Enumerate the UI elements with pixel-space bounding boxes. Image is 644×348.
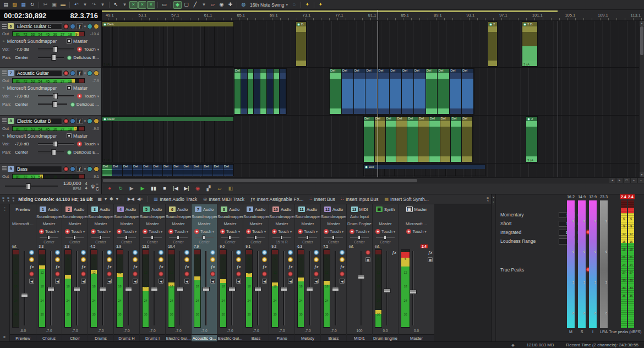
mute-button[interactable]: ◀ <box>55 279 60 284</box>
pan-value[interactable]: Center <box>15 102 35 107</box>
playhead[interactable] <box>378 21 378 177</box>
record-arm-button[interactable] <box>133 271 138 276</box>
pan-thumb[interactable] <box>306 235 309 240</box>
fader-thumb[interactable] <box>99 287 106 291</box>
audio-clip[interactable]: Delic 3 (A) <box>102 116 234 162</box>
pan-slider[interactable] <box>272 235 291 240</box>
mixer-strip[interactable]: 10Audio Soundmapper Master Touch▾ 15 % R… <box>269 204 295 341</box>
insert-bus-button[interactable]: ∷Insert Bus <box>308 197 336 202</box>
audio-clip[interactable]: D <box>296 21 307 67</box>
clip-segment[interactable]: Del <box>462 117 473 162</box>
clip-segment[interactable] <box>274 69 280 114</box>
pan-slider[interactable] <box>350 235 369 240</box>
mixer-strip[interactable]: ▣Master Microsoft ... Touch▾ 2.4 6121824… <box>399 204 435 341</box>
groove-tool-icon[interactable]: ◍ <box>239 1 248 9</box>
vol-value[interactable]: -7,0 dB <box>15 47 35 52</box>
record-arm-button[interactable] <box>63 24 69 29</box>
mixer-strip[interactable]: 11Audio Soundmapper Master Touch▾ Center… <box>295 204 321 341</box>
mixer-strip[interactable]: 13MIDI Auto Input Drum Engine Touch▾ Cen… <box>347 204 373 341</box>
audio-clip-group[interactable]: Del Del Del Del Del Del Del Del <box>329 68 474 115</box>
selection-tool-icon[interactable]: × <box>138 1 146 9</box>
track-name-field[interactable]: Electric Guitar B <box>15 118 62 124</box>
hscroll-thumb[interactable] <box>103 179 417 182</box>
strip-automation[interactable]: Touch▾ <box>347 227 372 235</box>
gain-dial-icon[interactable] <box>55 257 60 262</box>
mixer-strip[interactable]: 1Audio Soundmapper Master Touch▾ Center … <box>36 204 62 341</box>
automation-gear-icon[interactable] <box>77 142 82 146</box>
gain-dial-icon[interactable] <box>29 257 34 262</box>
track-name-field[interactable]: Acoustic Guitar <box>15 70 62 77</box>
strip-name[interactable]: Chorus <box>36 334 62 341</box>
fx-button[interactable]: ƒx <box>263 264 267 269</box>
fx-button[interactable]: ƒx <box>428 250 433 255</box>
gain-dial-icon[interactable] <box>159 257 163 262</box>
pan-thumb[interactable] <box>228 235 231 240</box>
play-button[interactable]: ▶ <box>138 185 147 193</box>
gain-dial-icon[interactable] <box>288 257 293 262</box>
audio-clip-group[interactable]: Del Del Del Del Del Del Del Del <box>102 164 234 176</box>
loop-region-bar[interactable] <box>102 10 558 12</box>
pan-thumb[interactable] <box>52 101 57 107</box>
fader-track[interactable] <box>309 251 310 325</box>
clip-segment[interactable]: Del <box>133 165 143 176</box>
fader-thumb[interactable] <box>177 287 184 291</box>
pan-thumb[interactable] <box>73 235 76 240</box>
timeline-lanes[interactable]: Delic 3 (A) D 2 2 D 3 (A Del <box>102 21 644 177</box>
phase-dial-icon[interactable] <box>81 250 86 255</box>
fader-thumb[interactable] <box>254 287 261 291</box>
clip-segment[interactable]: Del <box>462 69 474 114</box>
pan-slider[interactable] <box>247 235 265 240</box>
scroll-down-icon[interactable]: ▼ <box>640 172 644 177</box>
volume-slider[interactable] <box>38 143 74 145</box>
strip-name[interactable]: Drums I <box>140 334 165 341</box>
mixer-strip[interactable]: 4Audio Soundmapper Master Touch▾ Center … <box>114 204 140 341</box>
strip-automation[interactable]: Touch▾ <box>373 227 398 235</box>
track-grip[interactable] <box>2 118 7 123</box>
fader-track[interactable] <box>231 251 233 325</box>
envelope-tool-icon[interactable]: × <box>129 1 138 9</box>
play-from-start-button[interactable]: ▶ <box>127 185 136 193</box>
clip-segment[interactable]: Del <box>123 165 133 176</box>
track-header[interactable]: 9 Bass ƒ ▾ Out 81726354453627189 -9.1 <box>0 164 101 178</box>
scroll-up-icon[interactable]: ▲ <box>640 21 644 26</box>
track-fx-button[interactable]: ƒ <box>77 23 83 29</box>
phase-button[interactable] <box>87 70 92 76</box>
pan-thumb[interactable] <box>280 235 283 240</box>
mute-button[interactable]: ◀ <box>81 279 86 284</box>
pan-slider[interactable] <box>38 104 67 105</box>
mixer-strip[interactable]: 5Audio Soundmapper Master Touch▾ Center … <box>140 204 166 341</box>
clip-segment[interactable]: Del <box>173 165 183 176</box>
automation-caret-icon[interactable]: ▾ <box>97 47 99 52</box>
clip-segment[interactable] <box>267 69 274 114</box>
strip-automation[interactable]: Touch▾ <box>88 227 113 235</box>
mute-button[interactable]: ◀ <box>133 279 138 284</box>
go-to-end-button[interactable]: ▶| <box>182 185 191 193</box>
record-arm-button[interactable] <box>210 271 215 276</box>
fx-button[interactable]: ƒx <box>159 264 163 269</box>
audio-clip[interactable]: 2 3 (A <box>526 116 538 162</box>
clip-segment[interactable]: Del <box>365 69 378 114</box>
snap-button[interactable]: ◧ <box>226 185 235 193</box>
pan-thumb[interactable] <box>203 235 205 240</box>
fader-thumb[interactable] <box>332 287 339 291</box>
volume-thumb[interactable] <box>53 141 58 147</box>
audio-clip[interactable]: Del <box>363 164 485 176</box>
undo-caret-icon[interactable]: ▾ <box>81 1 89 9</box>
rail-expand-icon[interactable]: ▸ <box>3 334 6 339</box>
mute-button[interactable]: ◀ <box>236 279 241 284</box>
view-caret-icon[interactable]: ▾ <box>105 197 107 202</box>
record-button[interactable]: ● <box>105 185 114 193</box>
paint-tool-icon[interactable]: × <box>147 1 155 9</box>
track-fx-button[interactable]: ƒ <box>77 70 83 76</box>
fx-button[interactable]: ƒx <box>340 264 345 269</box>
save-project-icon[interactable]: ▦ <box>19 1 28 9</box>
timeline-zoom-button[interactable]: − <box>637 178 644 183</box>
record-arm-button[interactable] <box>63 118 69 124</box>
clip-segment[interactable]: Del <box>364 117 375 162</box>
event-marker-button[interactable]: ▱ <box>215 185 224 193</box>
track-header[interactable]: 7 Acoustic Guitar ƒ ▾ Out 81726354453627… <box>0 68 101 116</box>
settings-caret-icon[interactable]: ▾ <box>116 197 118 202</box>
clip-segment[interactable]: Del <box>193 165 203 176</box>
timeline-zoom-button[interactable]: ▸ <box>616 178 623 183</box>
phase-dial-icon[interactable] <box>210 250 215 255</box>
